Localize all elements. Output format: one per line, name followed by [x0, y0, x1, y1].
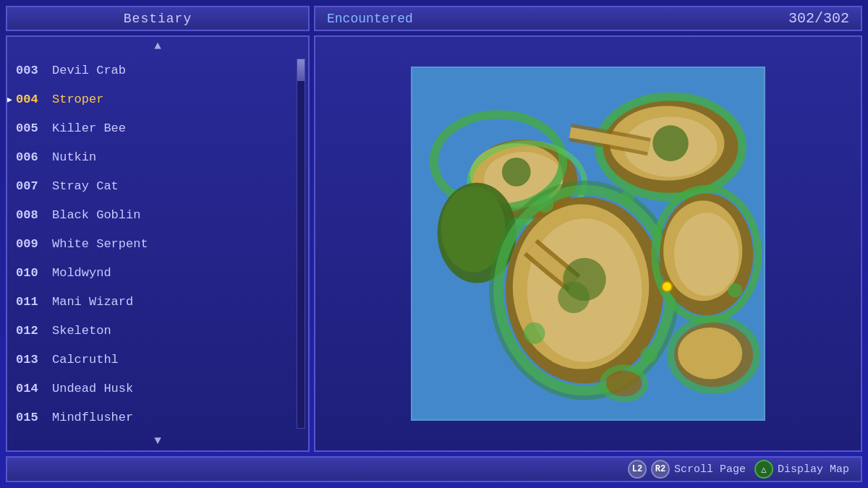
display-map-hint: △ Display Map: [754, 460, 849, 479]
item-number: 009: [16, 237, 52, 251]
svg-point-31: [537, 196, 554, 213]
item-name: Stroper: [52, 93, 103, 106]
item-number: 015: [16, 411, 52, 424]
bestiary-title-panel: Bestiary: [6, 6, 310, 31]
item-name: Black Goblin: [52, 208, 140, 222]
svg-point-26: [502, 158, 531, 187]
item-number: 004: [16, 93, 52, 106]
l2-badge: L2: [628, 460, 647, 479]
item-number: 006: [16, 150, 52, 164]
item-number: 008: [16, 208, 52, 222]
item-name: Mindflusher: [52, 411, 133, 424]
item-name: Mani Wizard: [52, 295, 133, 309]
item-name: Killer Bee: [52, 121, 126, 135]
header-row: Bestiary Encountered 302/302: [6, 6, 862, 31]
list-item[interactable]: 005Killer Bee: [7, 114, 308, 142]
display-map-label: Display Map: [778, 463, 849, 476]
svg-point-19: [674, 213, 739, 296]
list-item[interactable]: 013Calcruthl: [7, 345, 308, 374]
item-number: 013: [16, 353, 52, 367]
list-item[interactable]: 011Mani Wizard: [7, 287, 308, 316]
item-number: 014: [16, 382, 52, 395]
encountered-panel: Encountered 302/302: [314, 6, 862, 31]
cursor-arrow-icon: ▶: [7, 91, 12, 107]
item-name: Calcruthl: [52, 353, 119, 367]
list-item[interactable]: 008Black Goblin: [7, 200, 308, 229]
triangle-badge: △: [754, 460, 773, 479]
item-number: 012: [16, 324, 52, 338]
scroll-up-button[interactable]: ▲: [7, 37, 308, 56]
svg-point-34: [640, 346, 658, 364]
encountered-label: Encountered: [327, 12, 413, 26]
footer-row: L2 R2 Scroll Page △ Display Map: [6, 456, 862, 482]
item-number: 007: [16, 179, 52, 193]
encounter-count: 302/302: [788, 10, 849, 27]
map-panel: [314, 35, 862, 452]
content-row: ▲ 003Devil Crab▶004Stroper005Killer Bee0…: [6, 35, 862, 452]
list-item[interactable]: 010Moldwynd: [7, 258, 308, 287]
svg-point-29: [558, 282, 590, 314]
scrollbar-track[interactable]: [297, 59, 305, 429]
svg-point-32: [621, 190, 635, 205]
item-name: Devil Crab: [52, 64, 126, 77]
list-item[interactable]: 007Stray Cat: [7, 171, 308, 200]
svg-point-30: [662, 282, 672, 292]
scroll-page-hint: L2 R2 Scroll Page: [628, 460, 746, 479]
list-item[interactable]: 009White Serpent: [7, 229, 308, 258]
item-name: Moldwynd: [52, 266, 111, 280]
list-panel: ▲ 003Devil Crab▶004Stroper005Killer Bee0…: [6, 35, 310, 452]
list-item[interactable]: 012Skeleton: [7, 316, 308, 345]
list-item[interactable]: 003Devil Crab: [7, 56, 308, 85]
svg-point-24: [606, 371, 642, 397]
item-number: 005: [16, 121, 52, 135]
item-number: 011: [16, 295, 52, 309]
item-name: Undead Husk: [52, 382, 133, 395]
item-name: Nutkin: [52, 150, 96, 164]
list-items: 003Devil Crab▶004Stroper005Killer Bee006…: [7, 56, 308, 432]
svg-point-22: [678, 328, 742, 379]
item-number: 010: [16, 266, 52, 280]
svg-point-35: [728, 283, 742, 298]
scroll-label: Scroll Page: [674, 463, 746, 476]
list-item[interactable]: 014Undead Husk: [7, 374, 308, 403]
item-name: Skeleton: [52, 324, 111, 338]
main-container: Bestiary Encountered 302/302 ▲ 003Devil …: [0, 0, 868, 488]
scrollbar-thumb: [297, 59, 305, 81]
bestiary-title: Bestiary: [124, 12, 192, 26]
list-item[interactable]: 006Nutkin: [7, 142, 308, 171]
list-item[interactable]: 015Mindflusher: [7, 403, 308, 432]
svg-point-33: [524, 322, 545, 344]
item-name: White Serpent: [52, 237, 148, 251]
svg-point-27: [652, 125, 689, 161]
r2-badge: R2: [651, 460, 670, 479]
map-container: [411, 67, 765, 421]
item-name: Stray Cat: [52, 179, 119, 193]
scroll-down-button[interactable]: ▼: [7, 432, 308, 450]
item-number: 003: [16, 64, 52, 77]
world-map: [412, 68, 764, 419]
list-item[interactable]: ▶004Stroper: [7, 85, 308, 114]
